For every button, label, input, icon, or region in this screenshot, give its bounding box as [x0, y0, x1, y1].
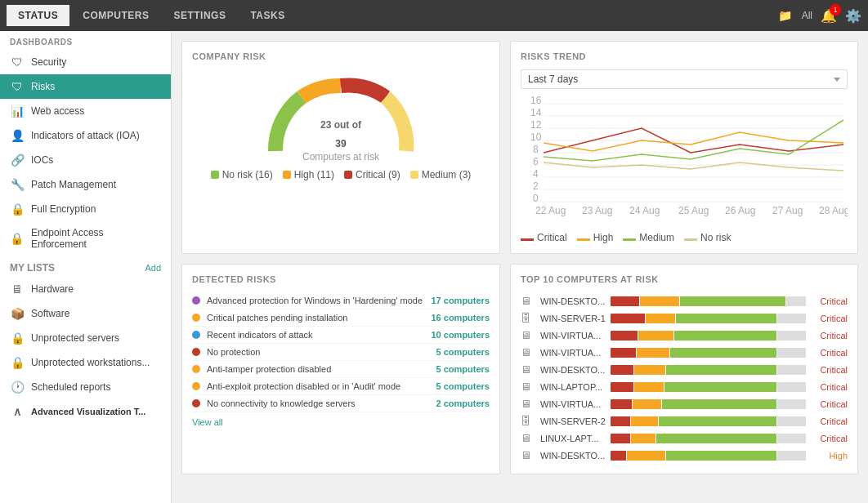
- sidebar-item-label: Full Encryption: [31, 203, 96, 215]
- computer-icon: 🖥: [521, 381, 535, 393]
- sidebar-item-hardware[interactable]: 🖥 Hardware: [0, 277, 171, 301]
- trend-chart-area: 16 14 12 10 8 6 4 2 0: [521, 96, 848, 243]
- risk-count: 2 computers: [436, 398, 490, 408]
- sidebar-item-advanced-vis[interactable]: ∧ Advanced Visualization T...: [0, 399, 171, 424]
- svg-text:23 out of: 23 out of: [320, 119, 362, 131]
- computer-icon: 🖥: [521, 295, 535, 307]
- iocs-icon: 🔗: [10, 154, 25, 167]
- hardware-icon: 🖥: [10, 283, 25, 296]
- critical-dot: [344, 171, 352, 179]
- trend-period-select[interactable]: Last 7 days Last 14 days Last 30 days: [521, 69, 848, 89]
- risk-description: Critical patches pending installation: [207, 313, 424, 323]
- bar-segment: [631, 416, 658, 426]
- svg-text:16: 16: [530, 96, 542, 106]
- sidebar-item-endpoint-access[interactable]: 🔒 Endpoint Access Enforcement: [0, 221, 171, 256]
- risk-description: Advanced protection for Windows in 'Hard…: [207, 296, 424, 305]
- no-risk-label: No risk (16): [222, 169, 273, 180]
- computer-row: 🖥 WIN-DESKTO... Critical: [521, 361, 848, 378]
- legend-critical: Critical (9): [344, 169, 400, 180]
- bar-segment: [680, 296, 786, 306]
- svg-text:27 Aug: 27 Aug: [772, 205, 803, 216]
- sidebar-item-patch-management[interactable]: 🔧 Patch Management: [0, 172, 171, 197]
- risk-row: Anti-exploit protection disabled or in '…: [192, 378, 490, 395]
- sidebar-item-unprotected-servers[interactable]: 🔒 Unprotected servers: [0, 326, 171, 350]
- sidebar-item-label: Risks: [31, 81, 55, 92]
- company-risk-title: COMPANY RISK: [192, 51, 490, 61]
- computer-row: 🗄 WIN-SERVER-2 Critical: [521, 412, 848, 430]
- critical-line-swatch: [521, 238, 534, 241]
- sidebar-item-software[interactable]: 📦 Software: [0, 301, 171, 326]
- bar-segment: [611, 296, 639, 306]
- legend-high: High (11): [283, 169, 334, 180]
- computer-name: WIN-VIRTUA...: [540, 348, 606, 358]
- risks-icon: 🛡: [10, 80, 25, 93]
- bar-segment: [659, 416, 776, 426]
- settings-button[interactable]: ⚙️: [845, 8, 861, 24]
- computer-status: Critical: [811, 296, 848, 306]
- medium-label: Medium (3): [422, 169, 472, 180]
- bar-segment: [777, 451, 806, 461]
- sidebar-item-label: Unprotected workstations...: [31, 357, 150, 368]
- no-risk-dot: [211, 171, 219, 179]
- sidebar-item-iocs[interactable]: 🔗 IOCs: [0, 148, 171, 172]
- sidebar-item-ioa[interactable]: 👤 Indicators of attack (IOA): [0, 123, 171, 148]
- bar-segment: [662, 399, 776, 409]
- sidebar-item-unprotected-workstations[interactable]: 🔒 Unprotected workstations...: [0, 350, 171, 375]
- gauge-container: 23 out of 39 Computers at risk No risk (…: [192, 69, 490, 180]
- computer-row: 🖥 WIN-VIRTUA... Critical: [521, 344, 848, 361]
- top-nav: STATUS COMPUTERS SETTINGS TASKS 📁 All 🔔 …: [0, 0, 868, 31]
- risk-dot: [192, 314, 200, 322]
- sidebar-item-web-access[interactable]: 📊 Web access: [0, 99, 171, 123]
- add-list-link[interactable]: Add: [145, 263, 161, 273]
- chart-legend-critical: Critical: [521, 232, 567, 243]
- top-row: COMPANY RISK 23 out of: [181, 41, 858, 254]
- risk-bar: [611, 314, 806, 323]
- computer-row: 🖥 LINUX-LAPT... Critical: [521, 430, 848, 447]
- bar-segment: [666, 451, 776, 461]
- svg-text:39: 39: [335, 138, 347, 149]
- risk-description: Recent indicators of attack: [207, 330, 424, 340]
- nav-tab-tasks[interactable]: TASKS: [239, 5, 296, 26]
- sidebar-item-scheduled-reports[interactable]: 🕐 Scheduled reports: [0, 375, 171, 399]
- sidebar-item-full-encryption[interactable]: 🔒 Full Encryption: [0, 197, 171, 221]
- high-label: High (11): [294, 169, 334, 180]
- bar-segment: [777, 365, 806, 375]
- nav-tab-status[interactable]: STATUS: [7, 5, 69, 26]
- top-computers-panel: TOP 10 COMPUTERS AT RISK 🖥 WIN-DESKTO...…: [510, 264, 858, 474]
- bar-segment: [611, 365, 633, 375]
- nav-tab-computers[interactable]: COMPUTERS: [71, 5, 160, 26]
- nav-tab-settings[interactable]: SETTINGS: [162, 5, 237, 26]
- risks-trend-panel: RISKS TREND Last 7 days Last 14 days Las…: [510, 41, 858, 254]
- computer-icon: 🖥: [521, 329, 535, 341]
- chart-legend-medium: Medium: [623, 232, 674, 243]
- main-layout: DASHBOARDS 🛡 Security 🛡 Risks 📊 Web acce…: [0, 31, 868, 503]
- sidebar-item-label: IOCs: [31, 154, 53, 166]
- svg-text:2: 2: [533, 180, 539, 192]
- risk-row: No connectivity to knowledge servers 2 c…: [192, 395, 490, 412]
- computer-status: Critical: [811, 382, 848, 392]
- chart-legend-no-risk: No risk: [684, 232, 731, 243]
- view-all-link[interactable]: View all: [192, 417, 223, 427]
- computer-name: WIN-DESKTO...: [540, 365, 606, 375]
- sidebar-item-label: Patch Management: [31, 179, 116, 190]
- risk-bar: [611, 348, 806, 358]
- svg-text:24 Aug: 24 Aug: [629, 205, 660, 216]
- risk-count: 10 computers: [431, 330, 490, 340]
- risk-row: Critical patches pending installation 16…: [192, 309, 490, 327]
- company-risk-panel: COMPANY RISK 23 out of: [181, 41, 500, 254]
- risk-dot: [192, 331, 200, 339]
- folder-icon: 📁: [778, 9, 792, 22]
- bar-segment: [611, 451, 626, 461]
- sidebar-item-security[interactable]: 🛡 Security: [0, 50, 171, 74]
- risk-row: Advanced protection for Windows in 'Hard…: [192, 292, 490, 309]
- risk-row: Anti-tamper protection disabled 5 comput…: [192, 361, 490, 378]
- high-legend-label: High: [593, 232, 614, 243]
- risk-dot: [192, 382, 200, 390]
- ioa-icon: 👤: [10, 129, 25, 142]
- risk-count: 17 computers: [431, 296, 490, 305]
- svg-text:8: 8: [533, 144, 539, 155]
- sidebar-item-label: Endpoint Access Enforcement: [31, 227, 161, 250]
- medium-dot: [410, 171, 418, 179]
- sidebar-item-risks[interactable]: 🛡 Risks: [0, 74, 171, 99]
- notifications-button[interactable]: 🔔 1: [821, 8, 837, 24]
